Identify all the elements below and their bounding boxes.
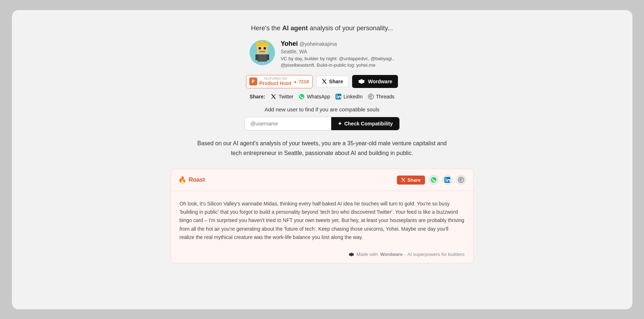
svg-rect-5	[256, 41, 258, 44]
svg-rect-6	[261, 41, 263, 44]
svg-point-17	[299, 94, 305, 99]
sparkle-icon: ✦	[338, 121, 342, 127]
share-label: Share:	[250, 94, 266, 99]
svg-rect-7	[266, 41, 268, 44]
profile-name: Yohei	[281, 40, 298, 47]
main-window: Here's the AI agent analysis of your per…	[12, 10, 632, 309]
svg-rect-12	[255, 54, 258, 60]
roast-title-label: Roast	[189, 177, 205, 183]
action-buttons: P FEATURED ON Product Hunt ▲ 7218 Share …	[246, 75, 398, 88]
linkedin-icon	[335, 93, 342, 100]
svg-rect-10	[259, 51, 265, 52]
ph-product-name: Product Hunt	[259, 80, 292, 86]
headline-bold: AI agent	[282, 25, 308, 32]
svg-point-22	[431, 177, 436, 183]
wordware-logo-icon	[358, 78, 365, 85]
profile-bio-line2: @pixelbeastsnft. Build-in-public log: yo…	[281, 62, 376, 68]
headline-suffix: analysis of your personality...	[308, 25, 393, 32]
compatibility-input-row: ✦ Check Compatibility	[244, 117, 400, 130]
share-whatsapp[interactable]: WhatsApp	[298, 93, 330, 100]
roast-card: 🔥 Roast Share	[171, 169, 474, 263]
svg-rect-9	[264, 47, 266, 49]
profile-handle: @yoheinakajima	[299, 41, 337, 47]
roast-footer-prefix: Made with	[356, 252, 378, 257]
roast-text: Oh look, it's Silicon Valley's wannabe M…	[180, 200, 465, 241]
roast-share-icons: Share	[397, 175, 466, 185]
roast-x-share-button[interactable]: Share	[397, 176, 425, 185]
roast-body: Oh look, it's Silicon Valley's wannabe M…	[171, 191, 473, 247]
svg-rect-19	[337, 96, 338, 98]
share-twitter-label: Twitter	[279, 94, 293, 99]
profile-location: Seattle, WA	[281, 49, 394, 54]
ph-featured-label: FEATURED ON	[259, 77, 292, 80]
svg-rect-16	[360, 79, 363, 84]
svg-rect-29	[351, 253, 352, 256]
roast-threads-icon[interactable]	[456, 175, 466, 185]
compatibility-section: Add new user to find if you are compatib…	[244, 106, 400, 130]
username-input[interactable]	[245, 117, 331, 130]
threads-icon	[368, 93, 374, 100]
check-compatibility-button[interactable]: ✦ Check Compatibility	[331, 117, 399, 130]
profile-bio: VC by day, builder by night: @untappedvc…	[281, 56, 394, 68]
roast-footer: Made with Wordware - AI superpowers for …	[171, 247, 473, 263]
compatibility-label: Add new user to find if you are compatib…	[264, 106, 380, 112]
wordware-footer-logo-icon	[349, 252, 354, 257]
roast-title: 🔥 Roast	[178, 176, 205, 184]
share-whatsapp-label: WhatsApp	[307, 94, 330, 99]
svg-rect-11	[258, 54, 267, 62]
avatar	[250, 40, 275, 65]
svg-point-25	[445, 178, 446, 179]
x-share-button[interactable]: Share	[316, 76, 349, 87]
product-hunt-button[interactable]: P FEATURED ON Product Hunt ▲ 7218	[246, 75, 313, 88]
x-share-label: Share	[329, 79, 343, 84]
ph-count: 7218	[298, 79, 309, 84]
share-threads-label: Threads	[376, 94, 394, 99]
wordware-button[interactable]: Wordware	[352, 75, 398, 88]
twitter-icon	[270, 93, 277, 100]
headline-prefix: Here's the	[251, 25, 282, 32]
ph-triangle-icon: ▲	[293, 79, 297, 84]
profile-info: Yohei @yoheinakajima Seattle, WA VC by d…	[281, 40, 394, 68]
svg-rect-24	[446, 179, 447, 182]
share-twitter[interactable]: Twitter	[270, 93, 293, 100]
roast-linkedin-icon[interactable]	[442, 175, 452, 185]
share-row: Share: Twitter WhatsApp	[250, 93, 395, 100]
headline: Here's the AI agent analysis of your per…	[251, 25, 393, 32]
check-compatibility-label: Check Compatibility	[344, 121, 393, 127]
roast-footer-brand: Wordware	[380, 252, 403, 257]
analysis-text: Based on our AI agent's analysis of your…	[196, 138, 448, 158]
ph-badge: ▲ 7218	[293, 79, 309, 84]
roast-whatsapp-icon[interactable]	[429, 175, 439, 185]
roast-footer-suffix: - AI superpowers for builders	[405, 252, 464, 257]
share-threads[interactable]: Threads	[368, 93, 394, 100]
roast-x-share-label: Share	[407, 177, 420, 183]
roast-header: 🔥 Roast Share	[171, 169, 473, 191]
profile-name-row: Yohei @yoheinakajima	[281, 40, 394, 48]
profile-bio-line1: VC by day, builder by night: @untappedvc…	[281, 56, 394, 61]
svg-rect-8	[259, 47, 261, 49]
svg-rect-13	[266, 54, 269, 60]
whatsapp-icon	[298, 93, 305, 100]
share-linkedin-label: LinkedIn	[343, 94, 363, 99]
wordware-label: Wordware	[368, 79, 392, 84]
profile-section: Yohei @yoheinakajima Seattle, WA VC by d…	[250, 40, 394, 68]
product-hunt-icon: P	[249, 77, 257, 85]
roast-x-icon	[401, 178, 406, 182]
product-hunt-label-group: FEATURED ON Product Hunt	[259, 77, 292, 86]
svg-point-20	[337, 94, 338, 96]
fire-icon: 🔥	[178, 176, 186, 184]
x-icon	[322, 79, 327, 84]
share-linkedin[interactable]: LinkedIn	[335, 93, 363, 100]
